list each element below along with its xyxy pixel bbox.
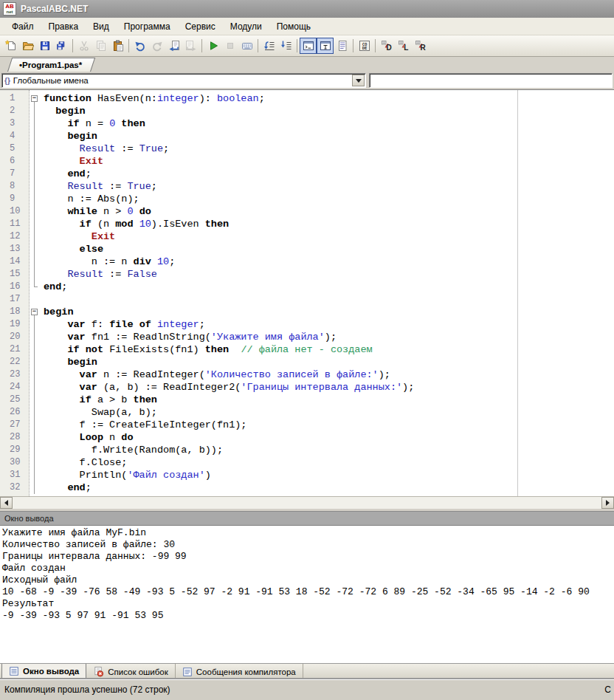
code-line[interactable]: 13 else bbox=[0, 243, 614, 255]
toolbar-separator bbox=[353, 39, 353, 52]
scope-combobox-arrow[interactable] bbox=[352, 75, 365, 86]
code-line[interactable]: 29 f.Write(Random(a, b)); bbox=[0, 444, 614, 456]
code-line[interactable]: 9 n := Abs(n); bbox=[0, 193, 614, 205]
scroll-left-button[interactable] bbox=[0, 497, 13, 509]
line-number: 16 bbox=[0, 281, 29, 293]
code-line[interactable]: 30 f.Close; bbox=[0, 456, 614, 469]
menu-item-view[interactable]: Вид bbox=[86, 19, 117, 34]
navigate-forward-button[interactable] bbox=[182, 38, 199, 54]
tab-error-list[interactable]: Список ошибок bbox=[86, 664, 176, 679]
code-line[interactable]: 11 if (n mod 10).IsEven then bbox=[0, 218, 614, 230]
insert-template-l-button[interactable]: L bbox=[395, 38, 412, 54]
menu-item-help[interactable]: Помощь bbox=[269, 19, 318, 34]
code-text: var fn1 := ReadlnString('Укажите имя фай… bbox=[41, 331, 337, 343]
code-line[interactable]: 8 Result := True; bbox=[0, 180, 614, 193]
save-all-button[interactable] bbox=[53, 38, 70, 54]
code-line[interactable]: 3 if n = 0 then bbox=[0, 117, 614, 130]
code-text: end; bbox=[41, 168, 92, 180]
menu-item-file[interactable]: Файл bbox=[4, 19, 41, 34]
tab-output-window[interactable]: Окно вывода bbox=[1, 664, 86, 679]
undo-button[interactable] bbox=[131, 38, 148, 54]
code-line[interactable]: 21 if not FileExists(fn1) then // файла … bbox=[0, 343, 614, 356]
errlist-icon bbox=[93, 666, 104, 677]
code-line[interactable]: 7 end; bbox=[0, 168, 614, 180]
code-line[interactable]: 20 var fn1 := ReadlnString('Укажите имя … bbox=[0, 331, 614, 343]
output-panel-body[interactable]: Укажите имя файла MyF.binКоличество запи… bbox=[0, 525, 614, 663]
editor-tab-program1[interactable]: •Program1.pas* bbox=[7, 58, 91, 72]
window-title: PascalABC.NET bbox=[21, 4, 88, 14]
code-line[interactable]: 19 var f: file of integer; bbox=[0, 318, 614, 331]
fold-toggle-icon[interactable]: − bbox=[31, 95, 38, 102]
code-line[interactable]: 27 f := CreateFileInteger(fn1); bbox=[0, 419, 614, 431]
code-editor[interactable]: 1−function HasEven(n:integer): boolean;2… bbox=[0, 89, 614, 496]
open-file-button[interactable] bbox=[19, 38, 36, 54]
line-number: 29 bbox=[0, 444, 29, 456]
scroll-right-button[interactable] bbox=[601, 497, 614, 509]
code-line[interactable]: 22 begin bbox=[0, 356, 614, 368]
fold-margin bbox=[29, 230, 41, 243]
menu-item-edit[interactable]: Правка bbox=[41, 19, 86, 34]
bottom-tab-bar: Окно выводаСписок ошибокСообщения компил… bbox=[0, 663, 614, 679]
code-text: Result := False bbox=[41, 268, 157, 281]
copy-button[interactable] bbox=[92, 38, 109, 54]
code-line[interactable]: 31 Println('Файл создан') bbox=[0, 469, 614, 481]
fold-toggle-icon[interactable]: − bbox=[31, 309, 38, 315]
code-line[interactable]: 1−function HasEven(n:integer): boolean; bbox=[0, 92, 614, 105]
code-line[interactable]: 10 while n > 0 do bbox=[0, 205, 614, 218]
line-number: 8 bbox=[0, 180, 29, 193]
code-line[interactable]: 6 Exit bbox=[0, 155, 614, 168]
console-window-toggle-button[interactable] bbox=[300, 38, 317, 54]
code-line[interactable]: 24 var (a, b) := ReadInteger2('Границы и… bbox=[0, 381, 614, 394]
code-line[interactable]: 26 Swap(a, b); bbox=[0, 406, 614, 419]
editor-horizontal-scrollbar[interactable] bbox=[0, 496, 614, 509]
stop-icon bbox=[224, 40, 236, 52]
code-line[interactable]: 18−begin bbox=[0, 306, 614, 318]
redo-button[interactable] bbox=[148, 38, 165, 54]
menu-item-modules[interactable]: Модули bbox=[223, 19, 269, 34]
code-line[interactable]: 16end; bbox=[0, 281, 614, 293]
names-window-button[interactable] bbox=[334, 38, 351, 54]
code-line[interactable]: 17 bbox=[0, 293, 614, 306]
run-button[interactable] bbox=[204, 38, 221, 54]
cut-button[interactable] bbox=[75, 38, 92, 54]
step-into-button[interactable] bbox=[277, 38, 294, 54]
paste-button[interactable] bbox=[109, 38, 126, 54]
menu-item-service[interactable]: Сервис bbox=[178, 19, 223, 34]
fold-margin bbox=[29, 155, 41, 168]
code-line[interactable]: 15 Result := False bbox=[0, 268, 614, 281]
code-text bbox=[41, 293, 44, 306]
code-line[interactable]: 25 if a > b then bbox=[0, 394, 614, 406]
toolbar-separator bbox=[297, 39, 297, 52]
code-text: begin bbox=[41, 356, 97, 368]
code-line[interactable]: 23 var n := ReadInteger('Количество запи… bbox=[0, 368, 614, 381]
new-file-button[interactable] bbox=[2, 38, 19, 54]
run-without-connection-button[interactable] bbox=[238, 38, 255, 54]
code-line[interactable]: 5 Result := True; bbox=[0, 143, 614, 155]
text-window-toggle-button[interactable] bbox=[317, 38, 334, 54]
code-line[interactable]: 4 begin bbox=[0, 130, 614, 143]
fold-margin bbox=[29, 205, 41, 218]
fold-margin bbox=[29, 456, 41, 469]
stop-button[interactable] bbox=[221, 38, 238, 54]
fold-margin bbox=[29, 318, 41, 331]
code-area: 1−function HasEven(n:integer): boolean;2… bbox=[0, 92, 614, 494]
code-line[interactable]: 28 Loop n do bbox=[0, 431, 614, 444]
menu-item-program[interactable]: Программа bbox=[117, 19, 178, 34]
code-line[interactable]: 14 n := n div 10; bbox=[0, 255, 614, 268]
listwin-icon bbox=[337, 40, 348, 52]
fold-margin bbox=[29, 394, 41, 406]
insert-template-d-button[interactable]: D bbox=[378, 38, 395, 54]
svg-text:DE: DE bbox=[362, 46, 367, 50]
tab-compiler-messages[interactable]: Сообщения компилятора bbox=[176, 664, 303, 679]
insert-template-r-button[interactable]: R bbox=[412, 38, 429, 54]
code-line[interactable]: 32 end; bbox=[0, 481, 614, 494]
code-line[interactable]: 2 begin bbox=[0, 105, 614, 117]
code-text: f.Close; bbox=[41, 456, 127, 469]
member-combobox[interactable] bbox=[369, 73, 613, 88]
navigate-back-button[interactable] bbox=[165, 38, 182, 54]
scope-combobox[interactable]: {} Глобальные имена bbox=[1, 73, 366, 88]
code-templates-button[interactable]: CODE bbox=[356, 38, 373, 54]
save-file-button[interactable] bbox=[36, 38, 53, 54]
step-over-button[interactable] bbox=[261, 38, 277, 54]
code-line[interactable]: 12 Exit bbox=[0, 230, 614, 243]
